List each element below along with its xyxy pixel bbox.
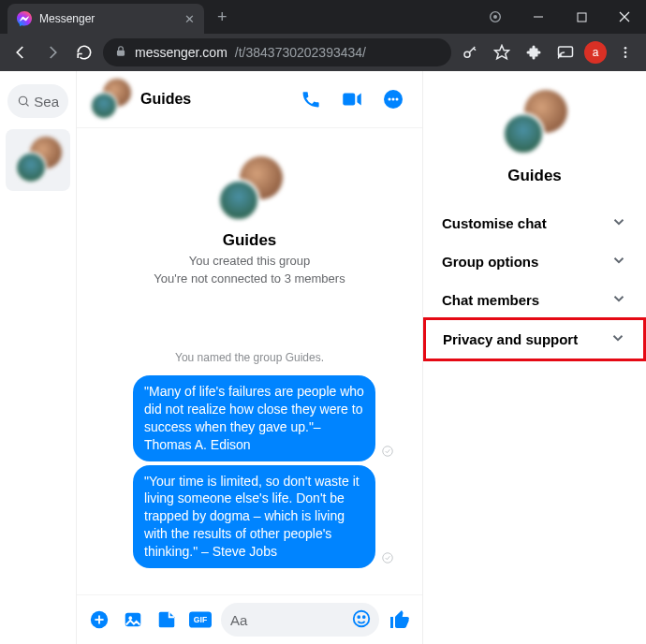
add-attachment-button[interactable] — [86, 607, 112, 633]
message-input[interactable]: Aa — [221, 603, 379, 637]
group-hero: Guides You created this group You're not… — [77, 128, 422, 295]
group-avatar — [217, 156, 283, 222]
svg-line-14 — [26, 103, 29, 106]
section-label: Group options — [442, 254, 538, 270]
url-path: /t/3843730202393434/ — [235, 45, 366, 60]
svg-marker-16 — [357, 94, 360, 106]
cast-icon[interactable] — [552, 39, 579, 66]
chevron-down-icon — [610, 290, 627, 310]
messenger-favicon-icon — [17, 11, 32, 26]
section-label: Customise chat — [442, 215, 547, 231]
customise-chat-section[interactable]: Customise chat — [423, 204, 646, 242]
address-bar: messenger.com/t/3843730202393434/ a — [0, 34, 646, 71]
privacy-support-section[interactable]: Privacy and support — [423, 317, 646, 361]
window-controls — [474, 2, 646, 32]
like-button[interactable] — [387, 607, 413, 633]
svg-point-11 — [624, 51, 627, 54]
hero-group-name: Guides — [223, 231, 277, 250]
group-options-section[interactable]: Group options — [423, 242, 646, 281]
system-message: You named the group Guides. — [77, 351, 422, 364]
svg-point-10 — [624, 47, 627, 50]
chat-header: Guides — [77, 71, 422, 128]
svg-point-22 — [383, 553, 393, 564]
delivery-status-icon — [381, 551, 394, 568]
svg-point-31 — [358, 616, 360, 618]
voice-call-button[interactable] — [295, 83, 327, 115]
svg-point-18 — [389, 98, 391, 101]
chat-members-section[interactable]: Chat members — [423, 281, 646, 319]
emoji-button[interactable] — [351, 608, 372, 632]
message-bubble[interactable]: "Your time is limited, so don't waste it… — [133, 465, 375, 568]
message-row: "Many of life's failures are people who … — [77, 373, 422, 463]
hero-created-text: You created this group — [189, 254, 311, 268]
info-panel: Guides Customise chat Group options Chat… — [423, 71, 646, 644]
svg-point-1 — [493, 15, 497, 19]
svg-point-21 — [383, 446, 393, 456]
svg-marker-8 — [495, 46, 509, 59]
info-button[interactable] — [377, 83, 409, 115]
incognito-icon[interactable] — [474, 2, 517, 32]
conversation-list-item[interactable] — [6, 129, 70, 191]
svg-point-32 — [363, 616, 365, 618]
svg-point-12 — [624, 55, 627, 58]
search-input[interactable]: Sea — [7, 84, 68, 118]
section-label: Privacy and support — [443, 331, 578, 347]
hero-connection-text: You're not connected to 3 members — [154, 271, 345, 285]
search-placeholder: Sea — [34, 94, 59, 110]
input-placeholder: Aa — [230, 612, 247, 628]
image-button[interactable] — [120, 607, 146, 633]
chevron-down-icon — [610, 252, 627, 271]
group-avatar — [502, 90, 567, 155]
extensions-icon[interactable] — [521, 39, 547, 66]
svg-point-7 — [464, 51, 470, 57]
new-tab-button[interactable]: + — [204, 7, 241, 27]
key-icon[interactable] — [457, 39, 483, 66]
url-input[interactable]: messenger.com/t/3843730202393434/ — [103, 38, 451, 66]
conversation-sidebar: Sea — [0, 71, 77, 644]
message-bubble[interactable]: "Many of life's failures are people who … — [133, 375, 375, 461]
svg-point-13 — [19, 96, 26, 104]
group-avatar — [15, 137, 62, 183]
maximize-button[interactable] — [560, 2, 603, 32]
sticker-button[interactable] — [154, 607, 180, 633]
info-panel-title: Guides — [507, 167, 562, 185]
browser-chrome: Messenger ✕ + messenger.com/t/3843730202… — [0, 0, 646, 71]
minimize-button[interactable] — [517, 2, 560, 32]
svg-rect-6 — [117, 50, 125, 55]
forward-button[interactable] — [39, 39, 66, 66]
url-host: messenger.com — [135, 45, 228, 60]
delivery-status-icon — [381, 445, 394, 461]
svg-text:GIF: GIF — [194, 615, 207, 624]
lock-icon — [114, 45, 127, 61]
svg-point-20 — [396, 98, 399, 101]
group-avatar — [90, 79, 131, 120]
browser-tab[interactable]: Messenger ✕ — [7, 4, 204, 34]
svg-point-19 — [392, 98, 395, 101]
gif-button[interactable]: GIF — [187, 607, 213, 633]
chat-body[interactable]: Guides You created this group You're not… — [77, 128, 422, 594]
back-button[interactable] — [7, 39, 34, 66]
messenger-app: Sea Guides Guides You created this group… — [0, 71, 646, 644]
svg-point-30 — [354, 610, 370, 626]
tab-title: Messenger — [39, 12, 177, 25]
star-icon[interactable] — [489, 39, 515, 66]
menu-icon[interactable] — [612, 39, 639, 66]
close-tab-icon[interactable]: ✕ — [184, 12, 195, 26]
chevron-down-icon — [610, 213, 627, 233]
search-icon — [17, 94, 30, 109]
reload-button[interactable] — [71, 39, 97, 66]
svg-point-27 — [128, 616, 132, 620]
video-call-button[interactable] — [336, 83, 368, 115]
chevron-down-icon — [609, 329, 626, 349]
section-label: Chat members — [442, 292, 539, 308]
tab-bar: Messenger ✕ + — [0, 0, 646, 34]
close-window-button[interactable] — [603, 2, 646, 32]
svg-rect-15 — [343, 94, 355, 106]
svg-rect-3 — [578, 13, 586, 22]
chat-column: Guides Guides You created this group You… — [77, 71, 423, 644]
message-row: "Your time is limited, so don't waste it… — [77, 463, 422, 570]
composer: GIF Aa — [77, 594, 422, 644]
profile-avatar[interactable]: a — [584, 41, 607, 64]
chat-title: Guides — [140, 91, 286, 108]
